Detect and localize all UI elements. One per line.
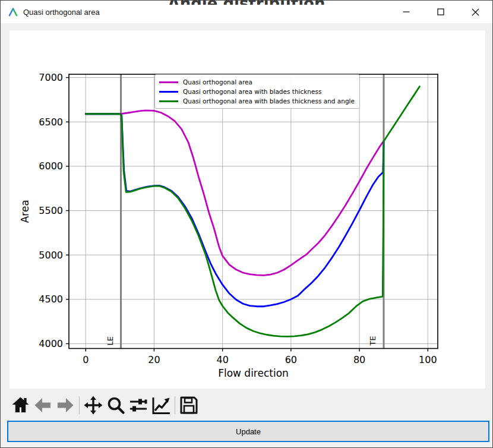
x-tick-label: 80 <box>353 354 365 365</box>
x-tick-label: 100 <box>419 354 437 365</box>
y-tick-label: 4500 <box>39 294 63 305</box>
toolbar-separator <box>79 396 80 414</box>
legend-swatch <box>159 81 178 83</box>
legend-swatch <box>159 100 178 102</box>
minimize-button[interactable] <box>389 1 424 23</box>
pan-arrows-icon <box>84 396 103 415</box>
magnifier-icon <box>107 396 125 414</box>
window-controls <box>389 1 492 23</box>
x-tick-label: 60 <box>285 354 297 365</box>
back-arrow-icon <box>34 397 52 413</box>
plot-toolbar <box>9 393 200 418</box>
y-tick-label: 5500 <box>39 205 63 216</box>
legend-item: Quasi orthogonal area <box>159 77 355 87</box>
toolbar-separator <box>175 396 175 414</box>
configure-subplots-button[interactable] <box>127 394 150 417</box>
sliders-icon <box>129 397 147 414</box>
y-axis-label: Area <box>19 200 31 223</box>
update-button[interactable]: Update <box>7 421 489 442</box>
close-button[interactable] <box>458 1 492 23</box>
forward-arrow-icon <box>56 397 74 413</box>
line-chart-icon <box>151 396 171 415</box>
y-tick-label: 6000 <box>39 160 63 172</box>
app-icon <box>8 7 18 17</box>
vline-label: TE <box>368 336 377 346</box>
legend-label: Quasi orthogonal area with blades thickn… <box>183 88 321 95</box>
x-tick-label: 40 <box>216 354 228 365</box>
x-axis-label: Flow direction <box>218 367 289 379</box>
legend-label: Quasi orthogonal area <box>183 78 252 86</box>
title-bar[interactable]: Quasi orthogonal area <box>1 1 492 23</box>
legend-label: Quasi orthogonal area with blades thickn… <box>183 97 355 105</box>
maximize-icon <box>437 8 444 15</box>
y-tick-label: 6500 <box>39 116 63 128</box>
zoom-button[interactable] <box>105 394 127 417</box>
y-tick-label: 7000 <box>39 72 63 83</box>
window-title: Quasi orthogonal area <box>23 8 100 17</box>
y-tick-label: 4000 <box>39 338 63 349</box>
update-button-label: Update <box>236 427 261 436</box>
legend-item: Quasi orthogonal area with blades thickn… <box>159 96 355 106</box>
forward-button[interactable] <box>54 394 77 417</box>
figure-canvas[interactable]: LETE020406080100400045005000550060006500… <box>10 30 485 389</box>
close-icon <box>472 8 479 16</box>
vline-label: LE <box>106 336 115 345</box>
series-line-2 <box>86 86 419 336</box>
axes-frame <box>69 74 438 349</box>
series-line-1 <box>86 114 384 307</box>
app-window: Angle distribution Quasi orthogonal area… <box>0 0 493 448</box>
legend: Quasi orthogonal areaQuasi orthogonal ar… <box>154 74 360 109</box>
home-icon <box>11 396 30 414</box>
back-button[interactable] <box>31 394 54 417</box>
edit-parameters-button[interactable] <box>150 394 172 417</box>
home-button[interactable] <box>9 394 31 417</box>
floppy-disk-icon <box>180 396 198 414</box>
minimize-icon <box>403 8 410 15</box>
x-tick-label: 0 <box>83 354 89 365</box>
y-tick-label: 5000 <box>39 250 63 261</box>
legend-swatch <box>159 91 178 93</box>
maximize-button[interactable] <box>424 1 458 23</box>
series-line-0 <box>86 111 384 275</box>
pan-button[interactable] <box>82 394 105 417</box>
legend-item: Quasi orthogonal area with blades thickn… <box>159 87 355 96</box>
save-button[interactable] <box>178 394 200 417</box>
x-tick-label: 20 <box>148 354 160 365</box>
